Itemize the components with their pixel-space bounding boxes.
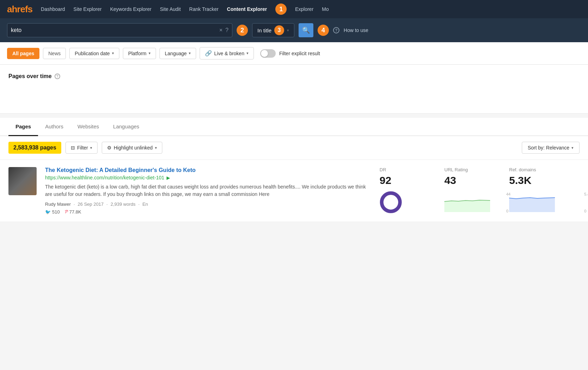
thumb-image [8, 167, 37, 195]
dr-chart [380, 191, 402, 213]
nav-keywords-explorer[interactable]: Keywords Explorer [110, 6, 152, 12]
ref-domains-metric: Ref. domains 5.3K 5.4K 0 [509, 167, 580, 215]
nav-site-explorer[interactable]: Site Explorer [74, 6, 102, 12]
nav-content-explorer[interactable]: Content Explorer [227, 6, 267, 12]
social-stats: 🐦 510 𝓟 77.8K [45, 209, 371, 215]
result-words: 2,939 words [111, 202, 136, 207]
result-language: En [142, 202, 148, 207]
result-author[interactable]: Rudy Mawer [45, 202, 71, 207]
all-pages-button[interactable]: All pages [7, 48, 39, 59]
ref-domains-chart: 5.4K 0 [509, 191, 580, 212]
live-broken-chevron: ▾ [246, 51, 249, 56]
how-to-use-link[interactable]: How to use [344, 27, 368, 33]
explicit-filter: Filter explicit result [260, 49, 320, 58]
pinterest-icon: 𝓟 [65, 209, 68, 215]
twitter-icon: 🐦 [45, 209, 51, 215]
pages-over-time-section: Pages over time ? [0, 65, 588, 114]
nav-rank-tracker[interactable]: Rank Tracker [189, 6, 218, 12]
tab-pages[interactable]: Pages [8, 118, 38, 136]
intitle-dropdown[interactable]: In title 3 ▾ [252, 23, 294, 37]
badge-2: 2 [237, 25, 248, 36]
search-input[interactable] [11, 27, 217, 33]
language-button[interactable]: Language ▾ [159, 48, 196, 59]
twitter-count: 510 [52, 209, 60, 215]
sort-button[interactable]: Sort by: Relevance ▾ [522, 142, 580, 154]
dr-metric: DR 92 [380, 167, 436, 215]
nav-more[interactable]: Mo [322, 6, 329, 12]
live-broken-icon: 🔗 [205, 50, 212, 57]
platform-chevron: ▾ [149, 51, 151, 56]
section-title: Pages over time ? [8, 73, 580, 79]
tab-websites[interactable]: Websites [70, 118, 106, 136]
pages-over-time-chart [8, 79, 580, 108]
result-thumbnail [8, 167, 37, 195]
pages-over-time-help[interactable]: ? [55, 74, 60, 79]
language-chevron: ▾ [189, 51, 191, 56]
pinterest-count: 77.8K [69, 209, 81, 215]
dr-label: DR [380, 167, 436, 172]
explicit-toggle[interactable] [260, 49, 276, 58]
external-link-icon: ▶ [167, 175, 170, 180]
result-card: The Ketogenic Diet: A Detailed Beginner'… [0, 160, 588, 222]
search-icon: 🔍 [302, 26, 310, 34]
help-circle-icon: ? [333, 27, 339, 33]
badge-4: 4 [318, 25, 329, 36]
tab-languages[interactable]: Languages [106, 118, 146, 136]
pages-count-badge: 2,583,938 pages [8, 142, 61, 154]
results-toolbar: 2,583,938 pages ⊟ Filter ▾ ⚙ Highlight u… [0, 136, 588, 159]
news-button[interactable]: News [43, 48, 66, 59]
help-icon[interactable]: ? [225, 27, 229, 33]
svg-marker-3 [444, 200, 490, 212]
tab-authors[interactable]: Authors [38, 118, 70, 136]
logo-a: a [7, 4, 12, 14]
url-rating-chart: 44 0 [444, 191, 501, 212]
pub-date-chevron: ▾ [112, 51, 114, 56]
ref-domains-label: Ref. domains [509, 167, 580, 172]
dr-value: 92 [380, 174, 436, 186]
filter-icon: ⊟ [71, 145, 75, 151]
ref-chart-min: 0 [584, 208, 588, 215]
search-button[interactable]: 🔍 [299, 23, 313, 37]
tabs-section: Pages Authors Websites Languages [0, 118, 588, 136]
result-main: The Ketogenic Diet: A Detailed Beginner'… [45, 167, 371, 215]
unlinked-icon: ⚙ [107, 145, 112, 151]
badge-1: 1 [275, 4, 287, 15]
sort-chevron: ▾ [571, 146, 574, 150]
logo-text: hrefs [12, 4, 32, 14]
search-bar: × ? 2 In title 3 ▾ 🔍 4 ? How to use [0, 18, 588, 42]
twitter-stat[interactable]: 🐦 510 [45, 209, 60, 215]
intitle-chevron: ▾ [287, 28, 289, 33]
search-input-wrapper: × ? [7, 23, 232, 37]
svg-point-2 [385, 197, 396, 208]
nav-dashboard[interactable]: Dashboard [41, 6, 65, 12]
explicit-label: Filter explicit result [279, 51, 320, 56]
tabs-row: Pages Authors Websites Languages [0, 118, 588, 135]
url-rating-label: URL Rating [444, 167, 501, 172]
platform-button[interactable]: Platform ▾ [123, 48, 156, 59]
publication-date-button[interactable]: Publication date ▾ [69, 48, 119, 59]
intitle-label: In title [257, 27, 271, 33]
highlight-unlinked-button[interactable]: ⚙ Highlight unlinked ▾ [102, 142, 162, 154]
result-description: The ketogenic diet (keto) is a low carb,… [45, 183, 371, 198]
result-meta: Rudy Mawer · 26 Sep 2017 · 2,939 words ·… [45, 202, 371, 207]
result-url: https://www.healthline.com/nutrition/ket… [45, 175, 371, 180]
filter-button[interactable]: ⊟ Filter ▾ [65, 142, 98, 154]
clear-icon[interactable]: × [219, 27, 223, 33]
filters-bar: All pages News Publication date ▾ Platfo… [0, 42, 588, 65]
filter-chevron: ▾ [90, 146, 92, 150]
nav-site-audit[interactable]: Site Audit [160, 6, 181, 12]
nav-explorer[interactable]: Explorer [295, 6, 313, 12]
result-date: 26 Sep 2017 [78, 202, 104, 207]
badge-3: 3 [274, 25, 284, 35]
url-rating-metric: URL Rating 43 44 0 [444, 167, 501, 215]
live-broken-button[interactable]: 🔗 Live & broken ▾ [200, 47, 254, 59]
result-title-link[interactable]: The Ketogenic Diet: A Detailed Beginner'… [45, 167, 371, 173]
unlinked-chevron: ▾ [155, 146, 157, 150]
url-rating-value: 43 [444, 174, 501, 186]
ref-domains-value: 5.3K [509, 174, 580, 186]
ref-chart-max: 5.4K [584, 191, 588, 198]
logo[interactable]: ahrefs [7, 4, 32, 15]
main-content: Pages over time ? Pages Authors Websites… [0, 65, 588, 222]
pinterest-stat[interactable]: 𝓟 77.8K [65, 209, 81, 215]
navbar: ahrefs Dashboard Site Explorer Keywords … [0, 0, 588, 18]
